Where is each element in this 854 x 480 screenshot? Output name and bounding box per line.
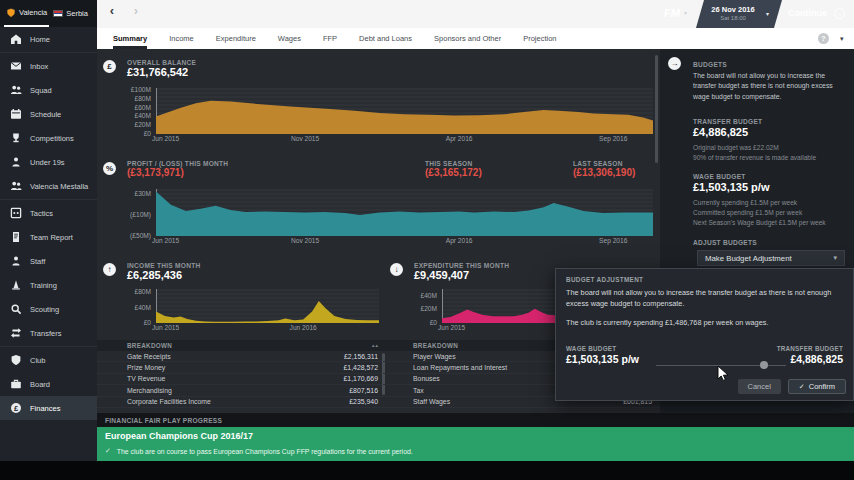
table-row[interactable]: TV Revenue£1,170,669 (97, 374, 386, 385)
content-scrollbar[interactable] (655, 55, 658, 163)
scouting-icon (10, 303, 22, 315)
sidebar-item-board[interactable]: Board (0, 372, 97, 396)
sidebar-item-squad[interactable]: Squad (0, 78, 97, 102)
check-icon: ✓ (799, 383, 805, 391)
home-icon (10, 33, 22, 45)
sidebar-item-label: Board (30, 380, 50, 389)
table-row[interactable]: Prize Money£1,428,572 (97, 362, 386, 373)
x-axis-tick: Apr 2016 (439, 237, 479, 244)
sidebar-item-training[interactable]: Training (0, 273, 97, 297)
sidebar-item-inbox[interactable]: Inbox (0, 54, 97, 78)
continue-button[interactable]: Continue (788, 8, 827, 18)
adjust-budgets-label: ADJUST BUDGETS (693, 239, 757, 246)
overall-balance-label: OVERALL BALANCE (127, 59, 196, 66)
sidebar-item-label: Finances (30, 404, 60, 413)
y-axis-tick: £0 (408, 319, 437, 326)
club-tab-serbia[interactable]: Serbia (51, 0, 90, 27)
transfer-note-2: 90% of transfer revenue is made availabl… (693, 153, 816, 163)
x-axis-tick: Jun 2016 (283, 324, 323, 331)
tab-ffp[interactable]: FFP (323, 28, 337, 49)
table-header[interactable]: BREAKDOWN ▲▲ (97, 340, 386, 351)
tab-expenditure[interactable]: Expenditure (216, 28, 256, 49)
y-axis-tick: £0 (122, 319, 151, 326)
y-axis-tick: £0 (122, 130, 151, 137)
y-axis-tick: £60M (122, 104, 151, 111)
forward-button[interactable]: › (129, 3, 143, 18)
schedule-icon (10, 108, 22, 120)
sidebar-item-transfers[interactable]: Transfers (0, 321, 97, 345)
row-label: Bonuses (413, 375, 440, 382)
expenditure-month-label: EXPENDITURE THIS MONTH (414, 262, 509, 269)
sidebar-item-tactics[interactable]: Tactics (0, 201, 97, 225)
sidebar-item-staff[interactable]: Staff (0, 249, 97, 273)
sidebar-item-finances[interactable]: £Finances (0, 396, 97, 420)
sidebar-item-schedule[interactable]: Schedule (0, 102, 97, 126)
table-row[interactable]: Gate Receipts£2,156,311 (97, 351, 386, 362)
x-axis-tick: Jun 2015 (152, 237, 179, 244)
row-label: Corporate Facilities Income (127, 398, 211, 405)
row-label: Loan Repayments and Interest (413, 364, 507, 371)
sidebar-item-label: Home (30, 35, 50, 44)
row-label: Staff Wages (413, 398, 450, 405)
sidebar-item-under-19s[interactable]: Under 19s (0, 150, 97, 174)
dialog-body-2: The club is currently spending £1,486,76… (566, 318, 846, 329)
fm-menu-chevron-icon[interactable]: ▾ (684, 9, 687, 16)
sidebar-item-label: Training (30, 281, 57, 290)
sidebar-item-label: Under 19s (30, 158, 65, 167)
budget-slider-handle[interactable] (760, 361, 768, 369)
y-axis-tick: £80M (122, 95, 151, 102)
sort-icon[interactable]: ▲▲ (371, 343, 378, 348)
help-icon[interactable]: ? (818, 33, 829, 44)
transfer-note-1: Original budget was £22.02M (693, 143, 779, 153)
row-value: £2,156,311 (344, 353, 378, 360)
row-label: TV Revenue (127, 375, 165, 382)
row-label: Prize Money (127, 364, 165, 371)
income-chart: £0£40M£80MJun 2015Jun 2016 (122, 286, 384, 334)
tab-debt-and-loans[interactable]: Debt and Loans (359, 28, 412, 49)
tab-summary[interactable]: Summary (113, 28, 147, 49)
continue-arrow-icon[interactable]: → (834, 8, 845, 19)
club-tab-valencia[interactable]: Valencia (4, 0, 49, 27)
income-up-icon: ↑ (103, 263, 116, 276)
table-row[interactable]: Corporate Facilities Income£235,940 (97, 397, 386, 408)
budget-adjustment-dialog: BUDGET ADJUSTMENT The board will not all… (555, 268, 854, 401)
tactics-icon (10, 207, 22, 219)
sidebar-item-competitions[interactable]: Competitions (0, 126, 97, 150)
last-season-value: (£13,306,190) (573, 167, 635, 178)
tab-income[interactable]: Income (169, 28, 194, 49)
sidebar-item-valencia-mestalla[interactable]: Valencia Mestalla (0, 174, 97, 198)
tab-wages[interactable]: Wages (278, 28, 301, 49)
budget-adjustment-dropdown[interactable]: Make Budget Adjustment ▾ (697, 250, 845, 266)
x-axis-tick: Sep 2016 (593, 135, 633, 142)
fm-logo[interactable]: FM (664, 7, 680, 19)
budgets-arrow-icon: → (668, 57, 681, 70)
bottom-bar (0, 461, 854, 480)
profit-loss-chart: £30M(£10M)(£50M)Jun 2015Nov 2015Apr 2016… (122, 186, 658, 247)
row-label: Gate Receipts (127, 353, 171, 360)
sidebar-item-label: Team Report (30, 233, 73, 242)
expenditure-down-icon: ↓ (390, 263, 403, 276)
back-button[interactable]: ‹ (105, 3, 119, 18)
date-chevron-icon[interactable]: ▾ (766, 10, 769, 17)
y-axis-tick: £20M (122, 121, 151, 128)
sidebar-item-club[interactable]: Club (0, 348, 97, 372)
table-row[interactable]: Merchandising£807,516 (97, 385, 386, 396)
sidebar-item-label: Squad (30, 86, 52, 95)
x-axis-tick: Jun 2015 (152, 324, 179, 331)
profit-month-value: (£3,173,971) (127, 167, 184, 178)
sidebar-item-scouting[interactable]: Scouting (0, 297, 97, 321)
sidebar-item-home[interactable]: Home (0, 27, 97, 51)
inbox-icon (10, 60, 22, 72)
ffp-header: FINANCIAL FAIR PLAY PROGRESS (105, 417, 222, 424)
valencia-mestalla-icon (10, 180, 22, 192)
wage-note-2: Committed spending £1.5M per week (693, 208, 802, 218)
tab-sponsors-and-other[interactable]: Sponsors and Other (434, 28, 501, 49)
tabbar-chevron-icon[interactable]: ▾ (840, 35, 844, 43)
sidebar-item-label: Staff (30, 257, 45, 266)
dialog-transfer-budget-value: £4,886,825 (790, 353, 843, 365)
sidebar-item-team-report[interactable]: Team Report (0, 225, 97, 249)
training-icon (10, 279, 22, 291)
confirm-button[interactable]: ✓ Confirm (788, 379, 846, 394)
cancel-button[interactable]: Cancel (738, 379, 781, 394)
tab-projection[interactable]: Projection (523, 28, 556, 49)
